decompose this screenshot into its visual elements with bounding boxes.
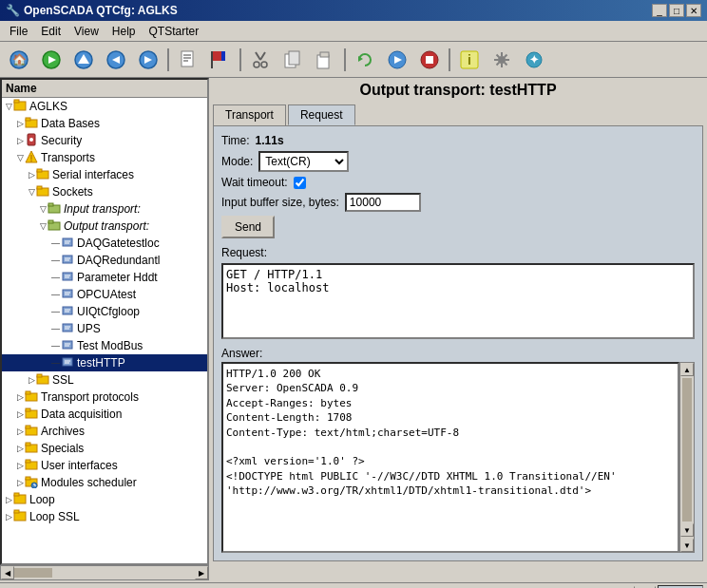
tree-scroll-right[interactable]: ▶ [195,566,208,579]
answer-area[interactable]: HTTP/1.0 200 OK Server: OpenSCADA 0.9 Ac… [221,362,679,553]
tree-item-aglks[interactable]: ▽ AGLKS [2,98,207,115]
toolbar-copy-btn[interactable] [277,46,308,74]
scroll-bottom-btn[interactable]: ▼ [680,539,694,552]
menu-edit[interactable]: Edit [35,23,67,40]
svg-rect-68 [63,341,72,349]
close-button[interactable]: ✕ [686,4,701,17]
tree-item-databases[interactable]: ▷ Data Bases [2,115,207,132]
time-label: Time: [221,134,250,147]
input-buffer-field[interactable] [345,193,421,212]
expand-icon-aglks: ▽ [6,102,12,111]
toolbar-settings-btn[interactable] [487,46,517,74]
tree-label-ups: UPS [77,322,101,335]
toolbar-flag-btn[interactable] [205,46,236,74]
time-value: 1.11s [256,134,284,147]
toolbar-stop-btn[interactable] [414,46,445,74]
toolbar-back-btn[interactable] [101,46,131,74]
wait-timeout-checkbox[interactable] [294,177,306,189]
menu-help[interactable]: Help [106,23,142,40]
toolbar-cut-btn[interactable] [245,46,276,74]
tree-label-databases: Data Bases [41,117,100,130]
tree-item-security[interactable]: ▷ Security [2,132,207,149]
tree-item-sockets[interactable]: ▽ Sockets [2,183,207,200]
minimize-button[interactable]: _ [652,4,667,17]
menu-file[interactable]: File [4,23,33,40]
input-buffer-row: Input buffer size, bytes: [221,193,695,212]
send-button[interactable]: Send [221,216,275,238]
window-title: OpenSCADA QTCfg: AGLKS [24,4,178,17]
svg-rect-50 [63,238,72,246]
toolbar-run-btn[interactable] [382,46,412,74]
tree-item-user_interfaces[interactable]: ▷ User interfaces [2,457,207,474]
tree-label-parameter_hddt: Parameter Hddt [77,271,158,284]
tree-label-serial: Serial interfaces [52,168,134,181]
expand-icon-archives: ▷ [17,427,24,436]
tree-item-ups[interactable]: — UPS [2,320,207,337]
toolbar-up-btn[interactable] [68,46,99,74]
tree-item-daqgatetestloc[interactable]: — DAQGatetestloc [2,235,207,252]
toolbar-extra-btn[interactable]: ✦ [519,46,549,74]
svg-rect-92 [14,493,19,496]
tree-item-input_transport[interactable]: ▽ Input transport: [2,200,207,218]
tree-item-serial[interactable]: ▷ Serial interfaces [2,166,207,183]
scroll-down-btn[interactable]: ▼ [680,523,694,537]
expand-icon-serial: ▷ [29,170,35,180]
menu-qtstarter[interactable]: QTStarter [143,23,205,40]
tree-item-output_transport[interactable]: ▽ Output transport: [2,218,207,235]
svg-rect-77 [26,391,30,394]
tree-item-daqredundantl[interactable]: — DAQRedundantl [2,252,207,269]
tree-header: Name [2,80,207,98]
maximize-button[interactable]: □ [669,4,684,17]
tree-item-opcuatest[interactable]: — OPCUAtest [2,286,207,303]
svg-rect-65 [63,324,72,332]
svg-rect-75 [37,374,42,377]
mode-select[interactable]: Text(CR) Binary Text(LF) Text(CR+LF) [258,151,349,172]
toolbar-green-btn[interactable] [36,46,67,74]
menu-view[interactable]: View [68,23,105,40]
tab-content-request: Time: 1.11s Mode: Text(CR) Binary Text(L… [213,125,703,561]
toolbar-paste-btn[interactable] [310,46,340,74]
toolbar-info-btn[interactable]: i [454,46,485,74]
tree-label-testhttp: testHTTP [77,356,125,370]
expand-icon-databases: ▷ [17,119,24,128]
tree-label-sockets: Sockets [52,185,93,199]
tree-label-security: Security [41,134,82,147]
request-area[interactable]: GET / HTTP/1.1 Host: localhost [221,263,695,339]
tab-request[interactable]: Request [288,104,355,125]
toolbar-refresh-btn[interactable] [350,46,380,74]
scroll-up-btn[interactable]: ▲ [680,363,694,376]
content-title: Output transport: testHTTP [213,82,703,99]
toolbar-home-btn[interactable]: 🏠 [4,46,34,74]
tree-item-loop_ssl[interactable]: ▷ Loop SSL [2,508,207,525]
tree-item-test_modbus[interactable]: — Test ModBus [2,337,207,354]
tree-item-transport_protocols[interactable]: ▷ Transport protocols [2,389,207,406]
tree-item-archives[interactable]: ▷ Archives [2,423,207,440]
tree-item-uiqtcfgloop[interactable]: — UIQtCfgloop [2,303,207,320]
tree-panel[interactable]: Name ▽ AGLKS▷ Data Bases▷ Security▽ Tran… [0,78,209,565]
tree-item-testhttp[interactable]: — testHTTP [2,354,207,371]
toolbar-page-btn[interactable] [173,46,203,74]
tree-type-icon-security [25,133,38,148]
tree-type-icon-sockets [36,184,49,199]
tree-type-icon-modules_scheduler [25,475,38,490]
tree-item-parameter_hddt[interactable]: — Parameter Hddt [2,269,207,286]
expand-icon-testhttp: — [51,358,60,368]
tree-scroll-left[interactable]: ◀ [1,566,14,579]
svg-rect-79 [26,408,30,411]
toolbar-forward-btn[interactable] [133,46,163,74]
tree-item-data_acquisition[interactable]: ▷ Data acquisition [2,406,207,423]
expand-icon-input_transport: ▽ [40,204,47,214]
tree-item-transports[interactable]: ▽ Transports [2,149,207,166]
expand-icon-security: ▷ [17,136,24,145]
title-bar: 🔧 OpenSCADA QTCfg: AGLKS _ □ ✕ [0,0,707,21]
tab-transport[interactable]: Transport [213,104,286,125]
svg-point-41 [30,161,32,162]
tree-item-modules_scheduler[interactable]: ▷ Modules scheduler [2,474,207,491]
toolbar-sep4 [449,48,450,71]
tree-type-icon-testhttp [61,355,74,370]
tree-type-icon-transport_protocols [25,389,38,405]
tree-item-ssl[interactable]: ▷ SSL [2,371,207,389]
tree-item-specials[interactable]: ▷ Specials [2,440,207,457]
tree-item-loop[interactable]: ▷ Loop [2,491,207,508]
content-scroll [209,565,707,582]
